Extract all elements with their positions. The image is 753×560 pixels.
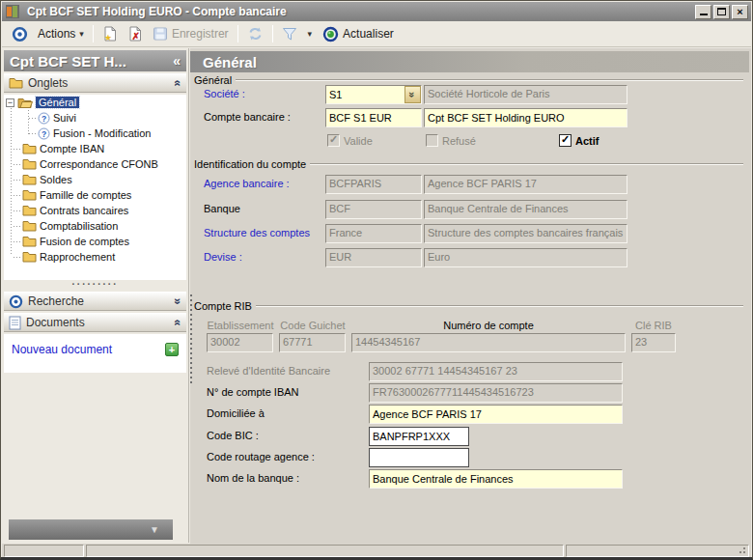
panel-header-onglets[interactable]: Onglets « (4, 73, 186, 93)
maximize-button[interactable] (713, 5, 730, 19)
compte-name-input[interactable] (424, 108, 628, 127)
domicilie-input[interactable] (369, 405, 623, 424)
chevron-down-icon[interactable]: » (172, 298, 185, 305)
devise-label[interactable]: Devise : (204, 251, 242, 263)
structure-comptes-label[interactable]: Structure des comptes (204, 227, 310, 238)
sidebar: Cpt BCF SET H... « Onglets « − Général ?… (2, 48, 189, 543)
tree-item-rapprochement[interactable]: Rapprochement (4, 249, 186, 265)
save-button[interactable]: Enregistrer (148, 24, 234, 43)
actions-label: Actions (38, 27, 75, 41)
code-bic-label: Code BIC : (207, 430, 259, 441)
folder-icon (22, 251, 37, 263)
tree-item-general[interactable]: − Général (4, 95, 186, 110)
tree-item-comptabilisation[interactable]: Comptabilisation (4, 218, 186, 234)
tree-item-suivi[interactable]: ? Suivi (4, 110, 186, 126)
tree-item-label: Général (36, 97, 79, 108)
sidebar-header: Cpt BCF SET H... « (4, 50, 186, 71)
sidebar-splitter[interactable]: ········· (4, 280, 186, 292)
toolbar-separator (237, 25, 238, 42)
tree-item-label: Soldes (40, 174, 72, 185)
tree-item-fusion-modification[interactable]: ? Fusion - Modification (4, 126, 186, 141)
delete-button[interactable]: ✗ (123, 24, 148, 43)
close-button[interactable]: × (732, 5, 748, 19)
tree-item-soldes[interactable]: Soldes (4, 172, 186, 187)
etablissement-header: Etablissement (207, 320, 273, 331)
filter-icon (282, 27, 297, 42)
agence-bancaire-label[interactable]: Agence bancaire : (204, 178, 290, 189)
folder-icon (22, 205, 37, 216)
new-document-link[interactable]: Nouveau document (12, 343, 112, 356)
societe-label[interactable]: Société : (204, 88, 245, 99)
filter-button[interactable] (277, 25, 302, 43)
sync-icon (247, 26, 264, 42)
chevron-up-icon[interactable]: « (172, 320, 185, 326)
group-rib-title: Compte RIB (194, 300, 252, 312)
actif-checkbox[interactable] (559, 134, 572, 147)
folder-icon (22, 189, 37, 201)
page-title-bar: Général (190, 51, 749, 72)
new-document-icon: ★ (102, 26, 118, 42)
valide-checkbox[interactable] (327, 134, 340, 147)
tree-item-label: Famille de comptes (40, 189, 131, 201)
actions-menu-button[interactable]: Actions ▾ (33, 25, 89, 42)
societe-dropdown-button[interactable]: » (404, 86, 421, 103)
tabs-tree: − Général ? Suivi ? Fusion - Modificatio… (4, 95, 186, 280)
tree-item-label: Fusion de comptes (40, 236, 129, 247)
compte-code-input[interactable] (325, 108, 422, 127)
sidebar-bottom-button[interactable]: ▼ (9, 519, 173, 540)
tree-item-label: Contrats bancaires (40, 205, 128, 216)
tree-item-compte-iban[interactable]: Compte IBAN (4, 141, 186, 156)
chevron-down-icon: ▾ (79, 29, 84, 39)
refuse-label: Refusé (442, 135, 476, 147)
panel-documents-label: Documents (26, 316, 85, 329)
tree-item-label: Compte IBAN (40, 143, 104, 154)
new-document-button[interactable]: ★ (98, 24, 123, 43)
folder-open-icon (17, 97, 33, 108)
panel-recherche-label: Recherche (28, 294, 84, 308)
tree-item-contrats-bancaires[interactable]: Contrats bancaires (4, 203, 186, 218)
releve-label: Relevé d'Identité Bancaire (207, 365, 330, 377)
compte-bancaire-label: Compte bancaire : (204, 111, 291, 123)
add-document-button[interactable]: + (165, 343, 179, 356)
tree-item-correspondance-cfonb[interactable]: Correspondance CFONB (4, 156, 186, 172)
folder-icon (9, 77, 23, 89)
chevron-up-icon[interactable]: « (172, 80, 185, 87)
sidebar-collapse-button[interactable]: « (173, 53, 181, 69)
nom-banque-input[interactable] (369, 469, 623, 489)
documents-panel-body: Nouveau document + (4, 334, 186, 373)
sync-button[interactable] (242, 24, 268, 43)
refresh-button[interactable]: Actualiser (318, 24, 399, 44)
tree-item-fusion-de-comptes[interactable]: Fusion de comptes (4, 234, 186, 249)
numero-compte-field: 14454345167 (351, 333, 626, 352)
panel-onglets-label: Onglets (28, 76, 68, 90)
group-identification: Identification du compte (194, 158, 743, 170)
minimize-button[interactable] (695, 5, 711, 19)
folder-icon (22, 143, 37, 154)
minimize-icon (700, 9, 708, 15)
devise-name-field: Euro (424, 248, 628, 267)
panel-header-documents[interactable]: Documents « (4, 313, 186, 332)
document-icon (9, 316, 21, 330)
nom-banque-label: Nom de la banque : (207, 472, 299, 484)
code-bic-input[interactable] (369, 427, 469, 446)
agence-code-field: BCFPARIS (325, 175, 422, 194)
app-icon (6, 5, 19, 18)
page-title: Général (203, 54, 257, 70)
tree-item-famille-de-comptes[interactable]: Famille de comptes (4, 187, 186, 203)
code-guichet-header: Code Guichet (280, 320, 345, 331)
filter-dropdown-button[interactable]: ▾ (308, 29, 313, 39)
resize-grip[interactable] (743, 547, 745, 549)
maximize-icon (717, 8, 726, 15)
folder-icon (22, 220, 37, 232)
code-routage-input[interactable] (369, 448, 469, 467)
svg-text:?: ? (42, 128, 46, 138)
titlebar: Cpt BCF SET Holding EURO - Compte bancai… (2, 2, 751, 21)
iban-label: N° de compte IBAN (207, 386, 299, 398)
refuse-checkbox[interactable] (426, 134, 438, 147)
chevron-down-icon: ▼ (150, 524, 159, 535)
status-cell-middle (86, 545, 564, 557)
panel-header-recherche[interactable]: Recherche » (4, 292, 186, 311)
tree-expander-icon[interactable]: − (6, 98, 14, 107)
status-bar (2, 544, 751, 558)
svg-text:✗: ✗ (131, 31, 139, 42)
